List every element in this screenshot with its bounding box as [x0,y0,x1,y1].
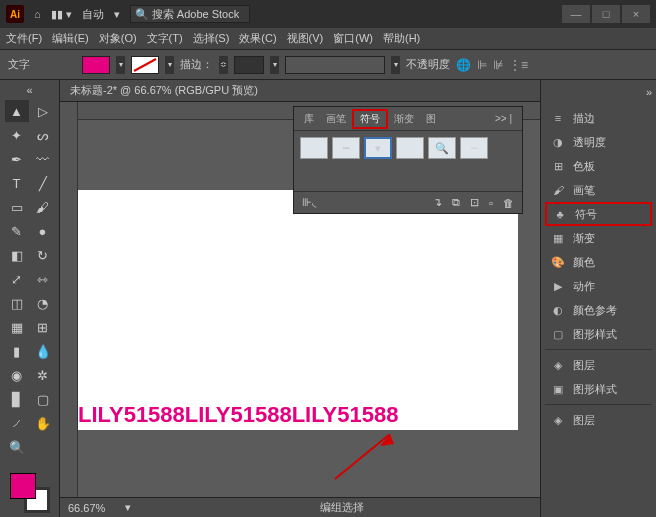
panel-tab-5[interactable]: 图 [420,109,442,129]
panel-item-透明度[interactable]: ◑透明度 [545,130,652,154]
artboard[interactable] [78,190,518,430]
stroke-weight[interactable]: ≎ [219,56,228,74]
symbol-thumb[interactable]: ━ [332,137,360,159]
minimize-button[interactable]: — [562,5,590,23]
direct-select-tool[interactable]: ▷ [31,100,55,122]
panel-more[interactable]: >> | [489,109,518,129]
expand-icon[interactable]: » [646,86,652,98]
menu-file[interactable]: 文件(F) [6,31,42,46]
fill-dropdown[interactable]: ▾ [116,56,125,74]
align2-icon[interactable]: ⊯ [493,58,503,72]
stroke-swatch[interactable] [131,56,159,74]
pencil-tool[interactable]: ✎ [5,220,29,242]
panel-tab-4[interactable]: 渐变 [388,109,420,129]
new-icon[interactable]: ▫ [489,197,493,209]
panel-item-图层[interactable]: ◈图层 [545,408,652,432]
menu-view[interactable]: 视图(V) [287,31,324,46]
menu-help[interactable]: 帮助(H) [383,31,420,46]
fill-box[interactable] [10,473,36,499]
blob-tool[interactable]: ● [31,220,55,242]
menu-edit[interactable]: 编辑(E) [52,31,89,46]
globe-icon[interactable]: 🌐 [456,58,471,72]
trash-icon[interactable]: 🗑 [503,197,514,209]
collapse-icon[interactable]: « [26,84,32,96]
home-icon[interactable]: ⌂ [34,8,41,20]
symbol-thumb[interactable]: 🔍 [428,137,456,159]
panel-item-色板[interactable]: ⊞色板 [545,154,652,178]
auto-label[interactable]: 自动 [82,7,104,22]
break-icon[interactable]: ⧉ [452,196,460,209]
free-transform-tool[interactable]: ◫ [5,292,29,314]
perspective-tool[interactable]: ▦ [5,316,29,338]
symbol-thumb-selected[interactable]: ▾ [364,137,392,159]
eraser-tool[interactable]: ◧ [5,244,29,266]
line-tool[interactable]: ╱ [31,172,55,194]
panel-item-图形样式[interactable]: ▢图形样式 [545,322,652,346]
library-icon[interactable]: ⊪◟ [302,196,316,209]
options-icon[interactable]: ⊡ [470,196,479,209]
panel-item-符号[interactable]: ♣符号 [545,202,652,226]
panel-tab-lib[interactable]: 库 [298,109,320,129]
symbol-spray-tool[interactable]: ✲ [31,364,55,386]
magic-wand-tool[interactable]: ✦ [5,124,29,146]
menu-bar[interactable]: 文件(F) 编辑(E) 对象(O) 文字(T) 选择(S) 效果(C) 视图(V… [0,28,656,50]
fill-swatch[interactable] [82,56,110,74]
brush-profile[interactable] [285,56,385,74]
rotate-tool[interactable]: ↻ [31,244,55,266]
artboard-tool[interactable]: ▢ [31,388,55,410]
panel-item-图形样式[interactable]: ▣图形样式 [545,377,652,401]
symbol-thumb[interactable] [396,137,424,159]
type-tool[interactable]: T [5,172,29,194]
place-icon[interactable]: ↴ [433,196,442,209]
graph-tool[interactable]: ▊ [5,388,29,410]
menu-object[interactable]: 对象(O) [99,31,137,46]
brush-tool[interactable]: 🖌 [31,196,55,218]
blend-tool[interactable]: ◉ [5,364,29,386]
align-icon[interactable]: ⊫ [477,58,487,72]
menu-effect[interactable]: 效果(C) [239,31,276,46]
zoom-tool[interactable]: 🔍 [5,436,29,458]
slice-tool[interactable]: ⟋ [5,412,29,434]
scale-tool[interactable]: ⤢ [5,268,29,290]
tool-panel: « ▲▷ ✦ᔕ ✒〰 T╱ ▭🖌 ✎● ◧↻ ⤢⇿ ◫◔ ▦⊞ ▮💧 ◉✲ ▊▢… [0,80,60,517]
symbols-panel[interactable]: 库 画笔 符号 渐变 图 >> | ━ ▾ 🔍 ┄ ⊪◟ [293,106,523,214]
symbol-thumb[interactable]: ┄ [460,137,488,159]
lasso-tool[interactable]: ᔕ [31,124,55,146]
curvature-tool[interactable]: 〰 [31,148,55,170]
fill-stroke-indicator[interactable] [10,473,50,513]
maximize-button[interactable]: □ [592,5,620,23]
width-tool[interactable]: ⇿ [31,268,55,290]
panel-item-描边[interactable]: ≡描边 [545,106,652,130]
mesh-tool[interactable]: ⊞ [31,316,55,338]
document-tab[interactable]: 未标题-2* @ 66.67% (RGB/GPU 预览) [60,80,540,102]
menu-type[interactable]: 文字(T) [147,31,183,46]
panel-tab-symbols[interactable]: 符号 [352,109,388,129]
selection-tool[interactable]: ▲ [5,100,29,122]
panel-tab-brush[interactable]: 画笔 [320,109,352,129]
workspace-switch[interactable]: ▮▮ ▾ [51,8,72,21]
symbol-thumb[interactable] [300,137,328,159]
zoom-level[interactable]: 66.67% [68,502,105,514]
search-input[interactable]: 🔍 搜索 Adobe Stock [130,5,250,23]
panel-item-图层[interactable]: ◈图层 [545,353,652,377]
eyedropper-tool[interactable]: 💧 [31,340,55,362]
menu-window[interactable]: 窗口(W) [333,31,373,46]
gradient-tool[interactable]: ▮ [5,340,29,362]
shape-builder-tool[interactable]: ◔ [31,292,55,314]
auto-dd[interactable]: ▾ [114,8,120,21]
hand-tool[interactable]: ✋ [31,412,55,434]
pen-tool[interactable]: ✒ [5,148,29,170]
panel-item-动作[interactable]: ▶动作 [545,274,652,298]
stroke-weight-field[interactable] [234,56,264,74]
close-button[interactable]: × [622,5,650,23]
transform-icon[interactable]: ⋮≡ [509,58,528,72]
panel-item-画笔[interactable]: 🖌画笔 [545,178,652,202]
menu-select[interactable]: 选择(S) [193,31,230,46]
stroke-dropdown[interactable]: ▾ [165,56,174,74]
panel-item-颜色[interactable]: 🎨颜色 [545,250,652,274]
panel-item-渐变[interactable]: ▦渐变 [545,226,652,250]
panel-item-颜色参考[interactable]: ◐颜色参考 [545,298,652,322]
rect-tool[interactable]: ▭ [5,196,29,218]
opacity-label[interactable]: 不透明度 [406,57,450,72]
canvas-area[interactable]: LILY51588LILY51588LILY51588 库 画笔 符号 渐变 图… [60,102,540,497]
